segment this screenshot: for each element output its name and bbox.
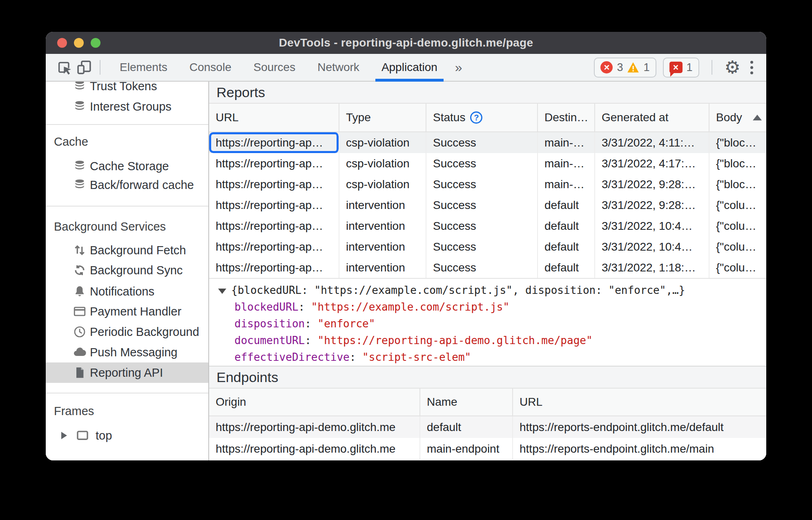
report-body-cell[interactable]: {"bloc… (709, 174, 766, 195)
report-body-cell[interactable]: {"colu… (709, 195, 766, 216)
tab-elements[interactable]: Elements (109, 54, 178, 81)
sidebar-item-top-frame[interactable]: top (46, 425, 208, 446)
column-header-destination[interactable]: Destin… (538, 104, 595, 131)
report-url-cell[interactable]: https://reporting-ap… (209, 132, 339, 153)
report-type-cell[interactable]: intervention (339, 216, 426, 236)
minimize-button[interactable] (74, 38, 84, 48)
report-destination-cell[interactable]: default (538, 195, 595, 216)
report-type-cell[interactable]: intervention (339, 236, 426, 257)
expand-arrow-icon[interactable] (61, 432, 67, 439)
report-generated-cell[interactable]: 3/31/2022, 9:28:… (595, 174, 709, 195)
endpoint-origin-cell[interactable]: https://reporting-api-demo.glitch.me (209, 416, 420, 438)
report-body-cell[interactable]: {"bloc… (709, 132, 766, 153)
report-destination-cell[interactable]: default (538, 216, 595, 236)
report-destination-cell[interactable]: main-… (538, 132, 595, 153)
inspect-element-icon[interactable] (55, 58, 74, 77)
report-destination-cell[interactable]: default (538, 236, 595, 257)
endpoint-name-cell[interactable]: default (420, 416, 513, 438)
column-header-generated-at[interactable]: Generated at (595, 104, 709, 131)
sidebar-item-notifications[interactable]: Notifications (46, 281, 208, 302)
report-generated-cell[interactable]: 3/31/2022, 10:4… (595, 216, 709, 236)
report-destination-cell[interactable]: main-… (538, 153, 595, 174)
sidebar-item-back-forward-cache[interactable]: Back/forward cache (46, 175, 208, 195)
sidebar-item-periodic-background-sync[interactable]: Periodic Background (46, 322, 208, 342)
report-url-cell[interactable]: https://reporting-ap… (209, 153, 339, 174)
report-type-cell[interactable]: intervention (339, 257, 426, 278)
cloud-icon (71, 344, 88, 360)
tab-network[interactable]: Network (306, 54, 370, 81)
report-body-cell[interactable]: {"bloc… (709, 153, 766, 174)
column-header-origin[interactable]: Origin (209, 389, 420, 416)
report-type-cell[interactable]: csp-violation (339, 174, 426, 195)
report-generated-cell[interactable]: 3/31/2022, 4:17:… (595, 153, 709, 174)
tab-application[interactable]: Application (370, 54, 448, 81)
sidebar-item-background-sync[interactable]: Background Sync (46, 260, 208, 280)
zoom-button[interactable] (91, 38, 100, 48)
report-status-cell[interactable]: Success (426, 257, 538, 278)
report-generated-cell[interactable]: 3/31/2022, 10:4… (595, 236, 709, 257)
endpoint-row[interactable]: https://reporting-api-demo.glitch.me mai… (209, 438, 766, 460)
report-type-cell[interactable]: intervention (339, 195, 426, 216)
report-row[interactable]: https://reporting-ap… intervention Succe… (209, 257, 766, 278)
endpoint-url-cell[interactable]: https://reports-endpoint.glitch.me/defau… (513, 416, 766, 438)
report-destination-cell[interactable]: main-… (538, 174, 595, 195)
endpoint-url-cell[interactable]: https://reports-endpoint.glitch.me/main (513, 438, 766, 460)
report-row[interactable]: https://reporting-ap… intervention Succe… (209, 216, 766, 236)
column-header-name[interactable]: Name (420, 389, 513, 416)
report-url-cell[interactable]: https://reporting-ap… (209, 236, 339, 257)
sidebar-item-interest-groups[interactable]: Interest Groups (46, 96, 208, 117)
report-status-cell[interactable]: Success (426, 236, 538, 257)
sidebar-item-push-messaging[interactable]: Push Messaging (46, 342, 208, 362)
report-body-cell[interactable]: {"colu… (709, 257, 766, 278)
report-row[interactable]: https://reporting-ap… csp-violation Succ… (209, 153, 766, 174)
device-toolbar-icon[interactable] (74, 58, 94, 77)
more-options-icon[interactable] (747, 61, 756, 74)
report-destination-cell[interactable]: default (538, 257, 595, 278)
report-generated-cell[interactable]: 3/31/2022, 9:28:… (595, 195, 709, 216)
report-row[interactable]: https://reporting-ap… csp-violation Succ… (209, 174, 766, 195)
report-status-cell[interactable]: Success (426, 174, 538, 195)
report-url-cell[interactable]: https://reporting-ap… (209, 257, 339, 278)
report-row[interactable]: https://reporting-ap… intervention Succe… (209, 195, 766, 216)
report-generated-cell[interactable]: 3/31/2022, 1:18:… (595, 257, 709, 278)
report-row[interactable]: https://reporting-ap… intervention Succe… (209, 236, 766, 257)
settings-gear-icon[interactable]: ⚙ (725, 58, 741, 76)
report-status-cell[interactable]: Success (426, 195, 538, 216)
column-header-status[interactable]: Status ? (426, 104, 538, 131)
report-url-cell[interactable]: https://reporting-ap… (209, 174, 339, 195)
column-header-url[interactable]: URL (513, 389, 766, 416)
report-body-cell[interactable]: {"colu… (709, 236, 766, 257)
report-row[interactable]: https://reporting-ap… csp-violation Succ… (209, 132, 766, 153)
help-icon[interactable]: ? (470, 111, 482, 124)
issues-button[interactable]: × 1 (663, 58, 699, 78)
report-status-cell[interactable]: Success (426, 132, 538, 153)
report-status-cell[interactable]: Success (426, 216, 538, 236)
tab-console[interactable]: Console (178, 54, 243, 81)
more-tabs-icon[interactable]: » (448, 54, 469, 81)
sidebar-item-trust-tokens[interactable]: Trust Tokens (46, 82, 208, 96)
report-generated-cell[interactable]: 3/31/2022, 4:11:… (595, 132, 709, 153)
sidebar-item-reporting-api[interactable]: Reporting API (46, 362, 208, 383)
sidebar-item-cache-storage[interactable]: Cache Storage (46, 156, 208, 176)
column-header-type[interactable]: Type (339, 104, 426, 131)
collapse-triangle-icon[interactable] (218, 289, 226, 294)
report-url-cell[interactable]: https://reporting-ap… (209, 195, 339, 216)
tab-sources[interactable]: Sources (242, 54, 306, 81)
sidebar-divider (46, 206, 208, 207)
column-header-body[interactable]: Body (709, 104, 766, 131)
endpoint-origin-cell[interactable]: https://reporting-api-demo.glitch.me (209, 438, 420, 460)
close-button[interactable] (57, 38, 67, 48)
report-url-cell[interactable]: https://reporting-ap… (209, 216, 339, 236)
report-body-cell[interactable]: {"colu… (709, 216, 766, 236)
endpoint-name-cell[interactable]: main-endpoint (420, 438, 513, 460)
sidebar-item-payment-handler[interactable]: Payment Handler (46, 301, 208, 322)
console-summary-button[interactable]: × 3 1 (594, 58, 656, 78)
warning-icon (627, 62, 639, 73)
sidebar-item-background-fetch[interactable]: Background Fetch (46, 240, 208, 260)
devtools-toolbar: Elements Console Sources Network Applica… (46, 54, 766, 82)
report-type-cell[interactable]: csp-violation (339, 132, 426, 153)
endpoint-row[interactable]: https://reporting-api-demo.glitch.me def… (209, 416, 766, 438)
report-type-cell[interactable]: csp-violation (339, 153, 426, 174)
column-header-url[interactable]: URL (209, 104, 339, 131)
report-status-cell[interactable]: Success (426, 153, 538, 174)
